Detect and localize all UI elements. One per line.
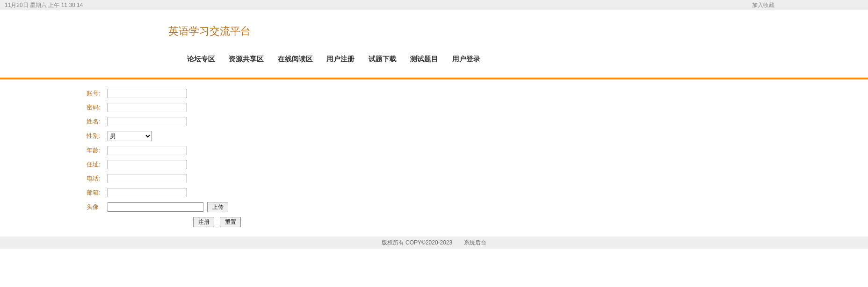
footer: 版权所有 COPY©2020-2023 系统后台 [0, 237, 868, 249]
address-label: 住址: [87, 160, 108, 169]
email-input[interactable] [108, 188, 187, 197]
name-input[interactable] [108, 117, 187, 126]
address-input[interactable] [108, 160, 187, 169]
site-title: 英语学习交流平台 [168, 24, 868, 38]
phone-label: 电话: [87, 174, 108, 183]
nav-forum[interactable]: 论坛专区 [187, 55, 215, 64]
register-button[interactable]: 注册 [193, 217, 214, 227]
nav-resource[interactable]: 资源共享区 [229, 55, 264, 64]
admin-link[interactable]: 系统后台 [464, 239, 486, 247]
add-favorite-link[interactable]: 加入收藏 [752, 2, 774, 8]
nav-divider [0, 78, 868, 79]
account-input[interactable] [108, 89, 187, 98]
nav-login[interactable]: 用户登录 [452, 55, 480, 64]
nav-download[interactable]: 试题下载 [369, 55, 397, 64]
avatar-label: 头像 [87, 203, 108, 211]
avatar-input[interactable] [108, 202, 203, 212]
header: 英语学习交流平台 论坛专区 资源共享区 在线阅读区 用户注册 试题下载 测试题目… [0, 10, 868, 73]
upload-button[interactable]: 上传 [207, 202, 228, 212]
age-input[interactable] [108, 146, 187, 155]
datetime-text: 11月20日 星期六 上午 11:30:14 [5, 1, 83, 9]
password-input[interactable] [108, 103, 187, 112]
age-label: 年龄: [87, 146, 108, 155]
nav-menu: 论坛专区 资源共享区 在线阅读区 用户注册 试题下载 测试题目 用户登录 [0, 55, 868, 64]
nav-test[interactable]: 测试题目 [410, 55, 438, 64]
gender-label: 性别: [87, 132, 108, 140]
reset-button[interactable]: 重置 [220, 217, 241, 227]
registration-form: 账号: 密码: 姓名: 性别: 男 年龄: 住址: 电话: 邮箱: 头像 上传 … [87, 89, 868, 227]
account-label: 账号: [87, 89, 108, 98]
gender-select[interactable]: 男 [108, 131, 152, 141]
phone-input[interactable] [108, 174, 187, 183]
nav-register[interactable]: 用户注册 [326, 55, 354, 64]
password-label: 密码: [87, 103, 108, 112]
name-label: 姓名: [87, 117, 108, 126]
top-bar: 11月20日 星期六 上午 11:30:14 加入收藏 [0, 0, 868, 10]
email-label: 邮箱: [87, 188, 108, 197]
copyright-text: 版权所有 COPY©2020-2023 [382, 239, 453, 247]
nav-reading[interactable]: 在线阅读区 [278, 55, 313, 64]
